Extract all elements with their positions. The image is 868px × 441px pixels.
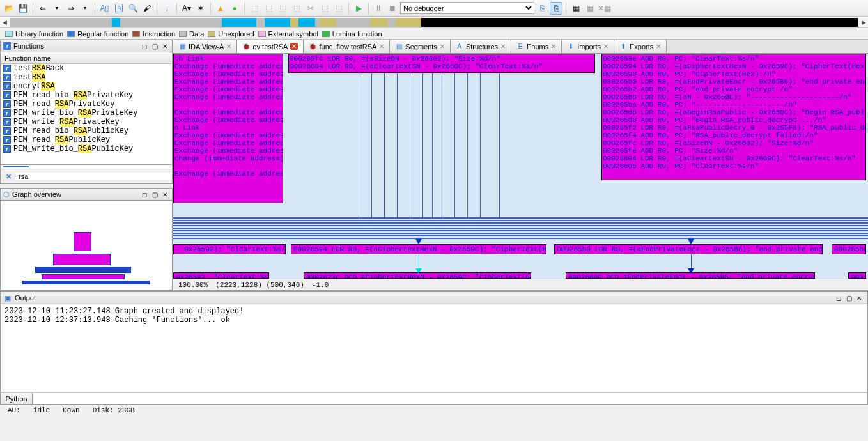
forward-icon[interactable]: ⇒ <box>65 2 77 15</box>
save-icon[interactable]: 💾 <box>17 2 29 15</box>
tab-close-icon[interactable]: ✕ <box>656 43 661 50</box>
function-item[interactable]: fPEM_write_bio_RSAPublicKey <box>1 144 172 153</box>
tool-paint-icon[interactable]: 🖌 <box>141 2 153 15</box>
panel-close-icon[interactable]: ✕ <box>160 42 169 50</box>
stop-icon[interactable]: ⏹ <box>386 2 399 15</box>
tab-imports[interactable]: ⬇Imports✕ <box>562 40 614 53</box>
function-item[interactable]: fPEM_read_RSAPrivateKey <box>1 100 172 109</box>
output-body[interactable]: 2023-12-10 11:23:27.148 Graph created an… <box>0 304 868 392</box>
function-item[interactable]: fPEM_read_bio_RSAPrivateKey <box>1 91 172 100</box>
win1-icon[interactable]: ▦ <box>570 2 582 15</box>
x7-icon[interactable]: ⬚ <box>332 2 345 15</box>
tab-close-icon[interactable]: ✕ <box>603 43 608 50</box>
panel-restore-icon[interactable]: ◻ <box>140 42 149 50</box>
tab-segments[interactable]: ▤Segments✕ <box>390 40 451 53</box>
filter-clear-icon[interactable]: ✕ <box>1 173 16 181</box>
graph-overview-canvas[interactable] <box>0 201 173 290</box>
tab-ida-view-a[interactable]: ▦IDA View-A✕ <box>173 40 237 53</box>
graph-node[interactable]: 000265b8 <box>832 244 866 254</box>
functions-col-header[interactable]: Function name <box>1 52 172 64</box>
triangle-icon[interactable]: ▲ <box>214 2 227 15</box>
tab-structures[interactable]: AStructures✕ <box>451 40 511 53</box>
open-icon[interactable]: 📂 <box>3 2 15 15</box>
win3-icon[interactable]: ✕▦ <box>598 2 610 15</box>
out-max-icon[interactable]: ▢ <box>844 293 853 302</box>
functions-list: Function name ftestRSABackftestRSAfencry… <box>0 52 173 165</box>
tool-text-icon[interactable]: 🄰 <box>112 2 125 15</box>
graph-node[interactable]: 000 <box>848 272 866 279</box>
graph-node[interactable]: - 0x26592); "ClearText:%s/n" <box>173 244 286 254</box>
tab-close-icon[interactable]: ✕ <box>551 43 556 50</box>
graph-overview-header: ⬡ Graph overview ◻ ▢ ✕ <box>0 188 173 201</box>
debugger-select[interactable]: No debugger <box>400 2 534 14</box>
play-icon[interactable]: ▶ <box>352 2 365 15</box>
pause-icon[interactable]: ⏸ <box>372 2 385 15</box>
output-icon: ▣ <box>4 294 11 302</box>
nav-bar[interactable] <box>10 18 858 27</box>
gov-max-icon[interactable]: ▢ <box>150 190 159 199</box>
back-dd-icon[interactable]: ▼ <box>50 2 63 15</box>
main-toolbar: 📂 💾 ⇐ ▼ ⇒ ▼ A▯ 🄰 🔍 🖌 ↓ A▾ ✶ ▲ ● ⬚ ⬚ ⬚ ⬚ … <box>0 0 868 17</box>
graph-node[interactable]: 0x26592; "ClearText:%s/n" <box>173 272 269 279</box>
status-disk: Disk: 23GB <box>88 406 140 414</box>
tab-close-icon[interactable]: ✕ <box>440 43 445 50</box>
panel-max-icon[interactable]: ▢ <box>150 42 159 50</box>
function-item[interactable]: fencrytRSA <box>1 82 172 91</box>
graph-overview-icon: ⬡ <box>3 190 10 199</box>
function-item[interactable]: fPEM_write_bio_RSAPrivateKey <box>1 109 172 118</box>
graph-node[interactable]: 00026594 LDR R0, =(aCiphertextHexN - 0x2… <box>291 244 546 254</box>
forward-dd-icon[interactable]: ▼ <box>79 2 91 15</box>
functions-hscroll[interactable] <box>0 165 173 169</box>
x3-icon[interactable]: ⬚ <box>276 2 289 15</box>
tab-close-icon[interactable]: ✕ <box>500 43 506 50</box>
tab-close-icon[interactable]: ✕ <box>290 43 298 50</box>
tool-a-icon[interactable]: A▯ <box>98 2 111 15</box>
z-level: -1.0 <box>312 281 329 289</box>
circle-green-icon[interactable]: ● <box>228 2 241 15</box>
status-down: Down <box>58 406 84 414</box>
x1-icon[interactable]: ⬚ <box>248 2 261 15</box>
python-input[interactable] <box>33 393 867 404</box>
python-button[interactable]: Python <box>1 393 33 404</box>
nav-strip: ◀ ▶ <box>0 17 868 28</box>
dbg1-icon[interactable]: ⎘ <box>536 2 548 15</box>
tool-binoc-icon[interactable]: 🔍 <box>127 2 139 15</box>
function-item[interactable]: ftestRSABack <box>1 64 172 73</box>
down-arrow-icon[interactable]: ↓ <box>160 2 173 15</box>
x6-icon[interactable]: ⬚ <box>318 2 331 15</box>
gov-restore-icon[interactable]: ◻ <box>140 190 149 199</box>
nav-left-icon[interactable]: ◀ <box>0 18 9 27</box>
tab-close-icon[interactable]: ✕ <box>379 43 384 50</box>
x5-icon[interactable]: ✂ <box>304 2 317 15</box>
box-a-icon[interactable]: A▾ <box>180 2 193 15</box>
tab-func-flow-testrsa[interactable]: 🐞func_flow:testRSA✕ <box>304 40 390 53</box>
graph-node[interactable]: 000265b0 LDR R0, =(aEndPrivateEncr - 0x2… <box>554 244 823 254</box>
function-item[interactable]: fPEM_write_RSAPrivateKey <box>1 118 172 127</box>
back-icon[interactable]: ⇐ <box>36 2 49 15</box>
tab-close-icon[interactable]: ✕ <box>226 43 231 50</box>
functions-icon: f <box>3 42 11 50</box>
status-idle: idle <box>28 406 55 414</box>
x4-icon[interactable]: ⬚ <box>290 2 303 15</box>
out-close-icon[interactable]: ✕ <box>855 293 864 302</box>
function-item[interactable]: fPEM_read_RSAPublicKey <box>1 135 172 144</box>
function-item[interactable]: ftestRSA <box>1 73 172 82</box>
tab-gv-testrsa[interactable]: 🐞gv:testRSA✕ <box>237 40 304 53</box>
filter-input[interactable] <box>16 173 172 180</box>
dbg2-icon[interactable]: ⎘ <box>550 2 562 15</box>
graph-overview-title: Graph overview <box>12 190 137 198</box>
x2-icon[interactable]: ⬚ <box>262 2 275 15</box>
tab-exports[interactable]: ⬆Exports✕ <box>614 40 667 53</box>
star-icon[interactable]: ✶ <box>194 2 207 15</box>
status-bar: AU: idle Down Disk: 23GB <box>0 405 868 416</box>
function-item[interactable]: fPEM_read_bio_RSAPublicKey <box>1 127 172 135</box>
win2-icon[interactable]: ▦ <box>584 2 596 15</box>
graph-view[interactable]: th Link Exchange (immediate address) Exc… <box>173 54 868 279</box>
tab-enums[interactable]: EEnums✕ <box>511 40 562 53</box>
out-restore-icon[interactable]: ◻ <box>834 293 843 302</box>
zoom-level: 100.00% <box>178 281 208 289</box>
output-panel: ▣ Output ◻ ▢ ✕ 2023-12-10 11:23:27.148 G… <box>0 290 868 405</box>
coords: (2223,1228) (500,346) <box>215 281 304 289</box>
nav-right-icon[interactable]: ▶ <box>859 18 868 27</box>
gov-close-icon[interactable]: ✕ <box>160 190 169 199</box>
